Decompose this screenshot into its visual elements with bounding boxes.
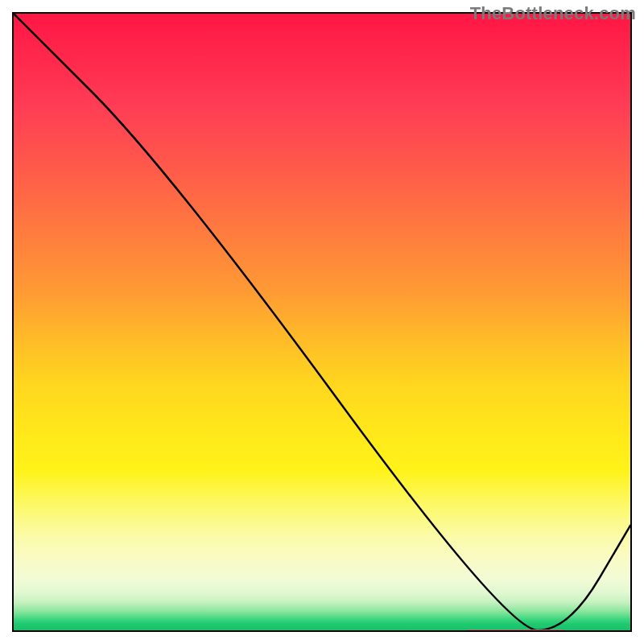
bottleneck-curve [14, 14, 630, 630]
watermark-text: TheBottleneck.com [470, 3, 636, 24]
curve-svg [14, 14, 630, 630]
plot-frame [12, 12, 632, 632]
optimal-range-marker [466, 630, 565, 632]
